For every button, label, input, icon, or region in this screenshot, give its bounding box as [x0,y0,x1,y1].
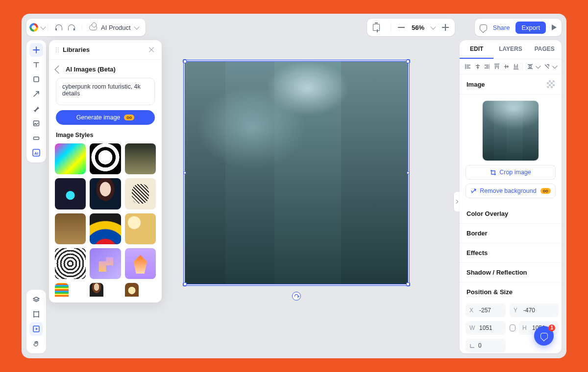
tool-pen[interactable] [29,102,43,116]
tool-layers[interactable] [29,293,43,306]
tool-frame[interactable] [29,307,43,321]
section-shadow-reflection[interactable]: Shadow / Reflection [460,263,562,282]
zoom-out-icon[interactable] [398,27,405,28]
chevron-down-icon[interactable] [430,24,436,29]
tool-play[interactable] [29,322,43,336]
hand-icon [32,340,40,348]
layers-icon [32,296,40,303]
style-swatch[interactable] [90,213,121,244]
tool-text[interactable] [29,58,43,71]
style-swatch[interactable] [55,143,86,174]
share-button[interactable]: Share [493,24,510,31]
link-dimensions-icon[interactable] [510,325,515,331]
input-w[interactable] [479,325,502,331]
style-swatch[interactable] [90,248,121,279]
style-swatch[interactable] [125,178,156,209]
logo-menu[interactable] [26,23,48,32]
fit-icon[interactable] [373,24,380,31]
close-icon[interactable] [148,46,155,53]
style-swatch[interactable] [55,178,86,209]
field-w[interactable]: W [466,321,506,335]
tool-slice[interactable] [29,131,43,145]
resize-handle-br[interactable] [406,282,410,286]
resize-handle-left[interactable] [183,171,186,174]
svg-rect-0 [34,77,39,82]
section-image: Image [460,74,562,94]
tab-pages[interactable]: PAGES [528,40,562,59]
plus-icon [32,46,40,54]
styles-heading: Image Styles [49,132,162,143]
input-y[interactable] [523,307,546,314]
panel-collapse-handle[interactable] [454,192,460,211]
align-left-icon[interactable] [465,63,470,70]
help-chat-button[interactable]: 1 [534,326,554,346]
canvas-selected-image[interactable] [185,62,408,284]
style-swatch[interactable] [125,283,139,297]
style-swatch[interactable] [55,213,86,244]
tool-hand[interactable] [29,337,43,350]
tool-image[interactable] [29,116,43,130]
libraries-breadcrumb[interactable]: AI Images (Beta) [49,60,162,78]
style-swatch[interactable] [90,143,121,174]
style-swatch[interactable] [125,143,156,174]
resize-handle-tl[interactable] [183,59,187,63]
chevron-down-icon [134,24,139,29]
svg-rect-5 [34,312,39,317]
input-rotation[interactable] [478,342,501,349]
image-thumbnail[interactable] [482,100,539,161]
tab-layers[interactable]: LAYERS [493,40,527,59]
undo-icon[interactable] [55,24,62,30]
resize-handle-right[interactable] [407,171,410,174]
align-right-icon[interactable] [484,63,490,70]
tool-ai[interactable]: AI [29,146,43,160]
align-bottom-icon[interactable] [513,63,518,70]
chevron-down-icon[interactable] [552,63,557,68]
styles-grid [49,143,162,302]
section-effects[interactable]: Effects [460,243,562,263]
transparency-icon[interactable] [547,80,555,88]
tool-shape[interactable] [29,72,43,86]
style-swatch[interactable] [55,248,86,279]
left-toolbar-bottom [26,290,46,353]
field-y[interactable]: Y [510,303,559,317]
prompt-input[interactable]: cyberpunk room futuristic, 4k details [56,78,155,105]
rotate-handle[interactable] [292,292,301,301]
input-x[interactable] [479,307,502,314]
style-swatch[interactable] [90,178,121,209]
comment-icon[interactable] [480,24,487,31]
zoom-value[interactable]: 56% [412,24,424,31]
drag-handle-icon[interactable] [56,47,59,52]
section-position-size[interactable]: Position & Size [460,282,562,299]
align-center-v-icon[interactable] [503,63,509,70]
present-icon[interactable] [552,24,557,30]
credit-badge: oo [540,188,551,194]
align-top-icon[interactable] [493,63,499,70]
remove-background-button[interactable]: Remove background oo [466,184,556,198]
tab-edit[interactable]: EDIT [460,40,493,59]
tool-add[interactable] [29,43,43,57]
section-color-overlay[interactable]: Color Overlay [460,204,562,224]
crop-image-button[interactable]: Crop image [466,165,556,180]
field-rotation[interactable] [466,339,506,352]
resize-handle-tr[interactable] [406,59,410,63]
tool-arrow[interactable] [29,87,43,101]
rotate-icon [294,293,299,299]
section-border[interactable]: Border [460,224,562,243]
export-button[interactable]: Export [515,22,546,34]
style-swatch[interactable] [90,283,103,297]
resize-handle-bl[interactable] [183,282,187,286]
product-switcher[interactable]: AI Product [82,24,146,31]
style-swatch[interactable] [55,283,69,297]
redo-icon[interactable] [68,24,75,30]
field-x[interactable]: X [466,303,506,317]
zoom-in-icon[interactable] [442,24,449,31]
align-center-h-icon[interactable] [474,63,480,70]
section-image-label: Image [466,81,485,88]
chevron-down-icon[interactable] [536,63,540,68]
align-stretch-icon[interactable] [543,63,549,70]
rectangle-icon [32,75,40,83]
style-swatch[interactable] [125,213,156,244]
style-swatch[interactable] [125,248,156,279]
distribute-icon[interactable] [527,63,533,70]
generate-image-button[interactable]: Generate image oo [56,110,155,125]
